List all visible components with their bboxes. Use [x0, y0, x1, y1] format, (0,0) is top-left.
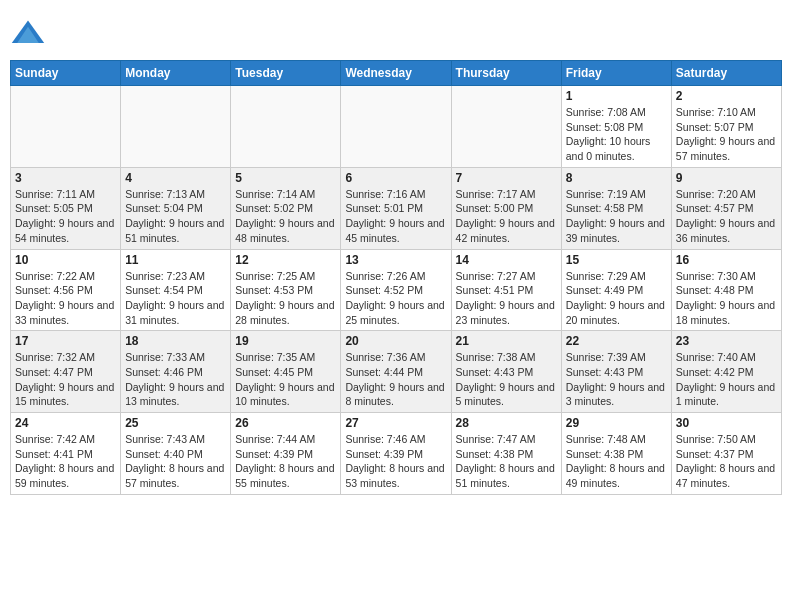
- calendar-cell: 17Sunrise: 7:32 AMSunset: 4:47 PMDayligh…: [11, 331, 121, 413]
- day-number: 12: [235, 253, 336, 267]
- day-info: Sunrise: 7:30 AMSunset: 4:48 PMDaylight:…: [676, 270, 775, 326]
- calendar-cell: 27Sunrise: 7:46 AMSunset: 4:39 PMDayligh…: [341, 413, 451, 495]
- day-info: Sunrise: 7:35 AMSunset: 4:45 PMDaylight:…: [235, 351, 334, 407]
- calendar-cell: 6Sunrise: 7:16 AMSunset: 5:01 PMDaylight…: [341, 167, 451, 249]
- calendar-cell: 18Sunrise: 7:33 AMSunset: 4:46 PMDayligh…: [121, 331, 231, 413]
- calendar-cell: 28Sunrise: 7:47 AMSunset: 4:38 PMDayligh…: [451, 413, 561, 495]
- day-info: Sunrise: 7:48 AMSunset: 4:38 PMDaylight:…: [566, 433, 665, 489]
- calendar-cell: 9Sunrise: 7:20 AMSunset: 4:57 PMDaylight…: [671, 167, 781, 249]
- calendar-cell: 14Sunrise: 7:27 AMSunset: 4:51 PMDayligh…: [451, 249, 561, 331]
- calendar-cell: [11, 86, 121, 168]
- day-number: 11: [125, 253, 226, 267]
- calendar-cell: 22Sunrise: 7:39 AMSunset: 4:43 PMDayligh…: [561, 331, 671, 413]
- day-number: 22: [566, 334, 667, 348]
- day-number: 30: [676, 416, 777, 430]
- day-info: Sunrise: 7:16 AMSunset: 5:01 PMDaylight:…: [345, 188, 444, 244]
- day-info: Sunrise: 7:26 AMSunset: 4:52 PMDaylight:…: [345, 270, 444, 326]
- calendar-cell: 21Sunrise: 7:38 AMSunset: 4:43 PMDayligh…: [451, 331, 561, 413]
- day-number: 7: [456, 171, 557, 185]
- day-info: Sunrise: 7:44 AMSunset: 4:39 PMDaylight:…: [235, 433, 334, 489]
- day-number: 19: [235, 334, 336, 348]
- calendar-cell: 20Sunrise: 7:36 AMSunset: 4:44 PMDayligh…: [341, 331, 451, 413]
- day-info: Sunrise: 7:27 AMSunset: 4:51 PMDaylight:…: [456, 270, 555, 326]
- calendar-cell: [231, 86, 341, 168]
- calendar-week-row: 1Sunrise: 7:08 AMSunset: 5:08 PMDaylight…: [11, 86, 782, 168]
- calendar-cell: 19Sunrise: 7:35 AMSunset: 4:45 PMDayligh…: [231, 331, 341, 413]
- calendar-cell: 15Sunrise: 7:29 AMSunset: 4:49 PMDayligh…: [561, 249, 671, 331]
- calendar-week-row: 17Sunrise: 7:32 AMSunset: 4:47 PMDayligh…: [11, 331, 782, 413]
- day-info: Sunrise: 7:36 AMSunset: 4:44 PMDaylight:…: [345, 351, 444, 407]
- calendar-cell: 12Sunrise: 7:25 AMSunset: 4:53 PMDayligh…: [231, 249, 341, 331]
- logo: [10, 16, 50, 52]
- weekday-header: Saturday: [671, 61, 781, 86]
- day-info: Sunrise: 7:14 AMSunset: 5:02 PMDaylight:…: [235, 188, 334, 244]
- day-number: 26: [235, 416, 336, 430]
- day-info: Sunrise: 7:10 AMSunset: 5:07 PMDaylight:…: [676, 106, 775, 162]
- calendar-cell: 13Sunrise: 7:26 AMSunset: 4:52 PMDayligh…: [341, 249, 451, 331]
- calendar-cell: 4Sunrise: 7:13 AMSunset: 5:04 PMDaylight…: [121, 167, 231, 249]
- calendar-cell: 11Sunrise: 7:23 AMSunset: 4:54 PMDayligh…: [121, 249, 231, 331]
- day-number: 27: [345, 416, 446, 430]
- day-info: Sunrise: 7:08 AMSunset: 5:08 PMDaylight:…: [566, 106, 651, 162]
- day-info: Sunrise: 7:22 AMSunset: 4:56 PMDaylight:…: [15, 270, 114, 326]
- calendar-cell: 8Sunrise: 7:19 AMSunset: 4:58 PMDaylight…: [561, 167, 671, 249]
- day-info: Sunrise: 7:11 AMSunset: 5:05 PMDaylight:…: [15, 188, 114, 244]
- day-number: 29: [566, 416, 667, 430]
- weekday-header: Friday: [561, 61, 671, 86]
- day-info: Sunrise: 7:40 AMSunset: 4:42 PMDaylight:…: [676, 351, 775, 407]
- day-number: 16: [676, 253, 777, 267]
- day-number: 20: [345, 334, 446, 348]
- day-number: 21: [456, 334, 557, 348]
- day-number: 13: [345, 253, 446, 267]
- day-number: 10: [15, 253, 116, 267]
- day-info: Sunrise: 7:13 AMSunset: 5:04 PMDaylight:…: [125, 188, 224, 244]
- day-info: Sunrise: 7:42 AMSunset: 4:41 PMDaylight:…: [15, 433, 114, 489]
- day-info: Sunrise: 7:25 AMSunset: 4:53 PMDaylight:…: [235, 270, 334, 326]
- day-info: Sunrise: 7:38 AMSunset: 4:43 PMDaylight:…: [456, 351, 555, 407]
- logo-icon: [10, 16, 46, 52]
- day-number: 1: [566, 89, 667, 103]
- weekday-header: Wednesday: [341, 61, 451, 86]
- day-info: Sunrise: 7:29 AMSunset: 4:49 PMDaylight:…: [566, 270, 665, 326]
- day-info: Sunrise: 7:43 AMSunset: 4:40 PMDaylight:…: [125, 433, 224, 489]
- day-info: Sunrise: 7:23 AMSunset: 4:54 PMDaylight:…: [125, 270, 224, 326]
- day-number: 25: [125, 416, 226, 430]
- day-info: Sunrise: 7:17 AMSunset: 5:00 PMDaylight:…: [456, 188, 555, 244]
- day-info: Sunrise: 7:19 AMSunset: 4:58 PMDaylight:…: [566, 188, 665, 244]
- calendar-week-row: 24Sunrise: 7:42 AMSunset: 4:41 PMDayligh…: [11, 413, 782, 495]
- day-number: 3: [15, 171, 116, 185]
- calendar-week-row: 3Sunrise: 7:11 AMSunset: 5:05 PMDaylight…: [11, 167, 782, 249]
- calendar-header-row: SundayMondayTuesdayWednesdayThursdayFrid…: [11, 61, 782, 86]
- day-number: 2: [676, 89, 777, 103]
- day-number: 14: [456, 253, 557, 267]
- calendar-cell: 25Sunrise: 7:43 AMSunset: 4:40 PMDayligh…: [121, 413, 231, 495]
- day-number: 18: [125, 334, 226, 348]
- day-info: Sunrise: 7:39 AMSunset: 4:43 PMDaylight:…: [566, 351, 665, 407]
- calendar-cell: [341, 86, 451, 168]
- day-info: Sunrise: 7:47 AMSunset: 4:38 PMDaylight:…: [456, 433, 555, 489]
- calendar-cell: 23Sunrise: 7:40 AMSunset: 4:42 PMDayligh…: [671, 331, 781, 413]
- calendar-cell: 1Sunrise: 7:08 AMSunset: 5:08 PMDaylight…: [561, 86, 671, 168]
- day-number: 23: [676, 334, 777, 348]
- calendar-cell: 30Sunrise: 7:50 AMSunset: 4:37 PMDayligh…: [671, 413, 781, 495]
- calendar-cell: [451, 86, 561, 168]
- calendar-cell: 29Sunrise: 7:48 AMSunset: 4:38 PMDayligh…: [561, 413, 671, 495]
- day-number: 17: [15, 334, 116, 348]
- day-number: 4: [125, 171, 226, 185]
- day-number: 15: [566, 253, 667, 267]
- calendar-cell: 3Sunrise: 7:11 AMSunset: 5:05 PMDaylight…: [11, 167, 121, 249]
- day-number: 28: [456, 416, 557, 430]
- day-number: 24: [15, 416, 116, 430]
- page-header: [10, 10, 782, 52]
- day-info: Sunrise: 7:46 AMSunset: 4:39 PMDaylight:…: [345, 433, 444, 489]
- calendar-cell: 5Sunrise: 7:14 AMSunset: 5:02 PMDaylight…: [231, 167, 341, 249]
- calendar-cell: 2Sunrise: 7:10 AMSunset: 5:07 PMDaylight…: [671, 86, 781, 168]
- weekday-header: Monday: [121, 61, 231, 86]
- calendar-week-row: 10Sunrise: 7:22 AMSunset: 4:56 PMDayligh…: [11, 249, 782, 331]
- day-number: 6: [345, 171, 446, 185]
- calendar-cell: 26Sunrise: 7:44 AMSunset: 4:39 PMDayligh…: [231, 413, 341, 495]
- day-number: 8: [566, 171, 667, 185]
- weekday-header: Tuesday: [231, 61, 341, 86]
- calendar-cell: 7Sunrise: 7:17 AMSunset: 5:00 PMDaylight…: [451, 167, 561, 249]
- calendar-cell: [121, 86, 231, 168]
